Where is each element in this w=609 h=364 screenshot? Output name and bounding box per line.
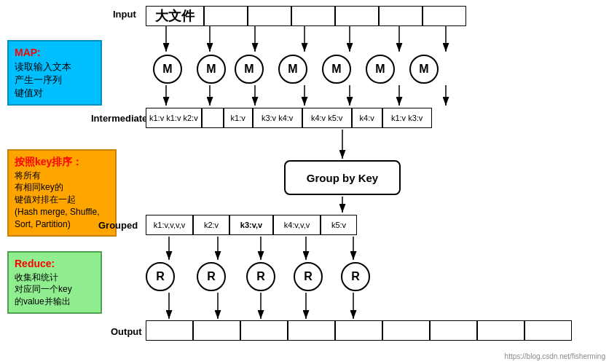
inter-cell-4: k4:v k5:v xyxy=(302,108,352,128)
map-circle-1: M xyxy=(197,55,226,84)
map-circle-6: M xyxy=(409,55,439,84)
grouped-cell-1: k2:v xyxy=(193,215,229,235)
input-label: Input xyxy=(113,9,136,20)
reduce-circle-1: R xyxy=(197,262,226,291)
input-cell-0: 大文件 xyxy=(146,6,204,26)
inter-cell-0: k1:v k1:v k2:v xyxy=(146,108,202,128)
reduce-title: Reduce: xyxy=(15,257,95,272)
output-label: Output xyxy=(111,326,142,337)
reduce-circle-3: R xyxy=(294,262,323,291)
input-cell-4 xyxy=(335,6,379,26)
watermark: https://blog.csdn.net/fisherming xyxy=(505,352,605,360)
map-box: MAP: 读取输入文本 产生一序列 键值对 xyxy=(7,40,102,106)
map-circle-4: M xyxy=(322,55,351,84)
grouped-cell-4: k5:v xyxy=(321,215,357,235)
output-cell-6 xyxy=(430,320,477,341)
reduce-row: R R R R R xyxy=(146,262,370,291)
map-text: 读取输入文本 产生一序列 键值对 xyxy=(15,60,95,100)
group-by-key-label: Group by Key xyxy=(307,172,378,184)
map-row: M M M M M M M xyxy=(146,55,446,84)
input-cell-6 xyxy=(423,6,466,26)
grouped-cell-0: k1:v,v,v,v xyxy=(146,215,193,235)
output-cell-3 xyxy=(288,320,335,341)
grouped-row: k1:v,v,v,v k2:v k3:v,v k4:v,v,v k5:v xyxy=(146,215,357,235)
reduce-text: 收集和统计 对应同一个key 的value并输出 xyxy=(15,272,95,308)
output-row xyxy=(146,320,572,341)
output-cell-8 xyxy=(524,320,572,341)
inter-cell-3: k3:v k4:v xyxy=(253,108,302,128)
grouped-label: Grouped xyxy=(98,220,138,231)
map-circle-5: M xyxy=(366,55,395,84)
inter-cell-1 xyxy=(202,108,224,128)
output-cell-4 xyxy=(335,320,382,341)
shuffle-text: 将所有 有相同key的 键值对排在一起 (Hash merge, Shuffle… xyxy=(15,170,109,231)
input-cell-3 xyxy=(291,6,335,26)
map-circle-2: M xyxy=(235,55,264,84)
output-cell-5 xyxy=(382,320,430,341)
output-cell-0 xyxy=(146,320,193,341)
diagram-container: MAP: 读取输入文本 产生一序列 键值对 按照key排序： 将所有 有相同ke… xyxy=(0,0,609,364)
input-row: 大文件 xyxy=(146,6,466,26)
group-by-key-box: Group by Key xyxy=(284,160,401,195)
inter-cell-2: k1:v xyxy=(224,108,253,128)
output-cell-2 xyxy=(240,320,288,341)
output-cell-7 xyxy=(477,320,524,341)
map-circle-3: M xyxy=(278,55,307,84)
output-cell-1 xyxy=(193,320,240,341)
reduce-circle-4: R xyxy=(341,262,370,291)
grouped-cell-3: k4:v,v,v xyxy=(273,215,321,235)
input-cell-2 xyxy=(248,6,291,26)
map-circle-0: M xyxy=(153,55,182,84)
reduce-box: Reduce: 收集和统计 对应同一个key 的value并输出 xyxy=(7,251,102,314)
intermediate-row: k1:v k1:v k2:v k1:v k3:v k4:v k4:v k5:v … xyxy=(146,108,432,128)
reduce-circle-0: R xyxy=(146,262,175,291)
inter-cell-5: k4:v xyxy=(352,108,382,128)
input-cell-1 xyxy=(204,6,248,26)
input-cell-5 xyxy=(379,6,423,26)
reduce-circle-2: R xyxy=(246,262,275,291)
map-title: MAP: xyxy=(15,46,95,60)
inter-cell-6: k1:v k3:v xyxy=(382,108,432,128)
intermediate-label: Intermediate xyxy=(91,113,147,124)
grouped-cell-2: k3:v,v xyxy=(229,215,273,235)
shuffle-title: 按照key排序： xyxy=(15,155,109,170)
